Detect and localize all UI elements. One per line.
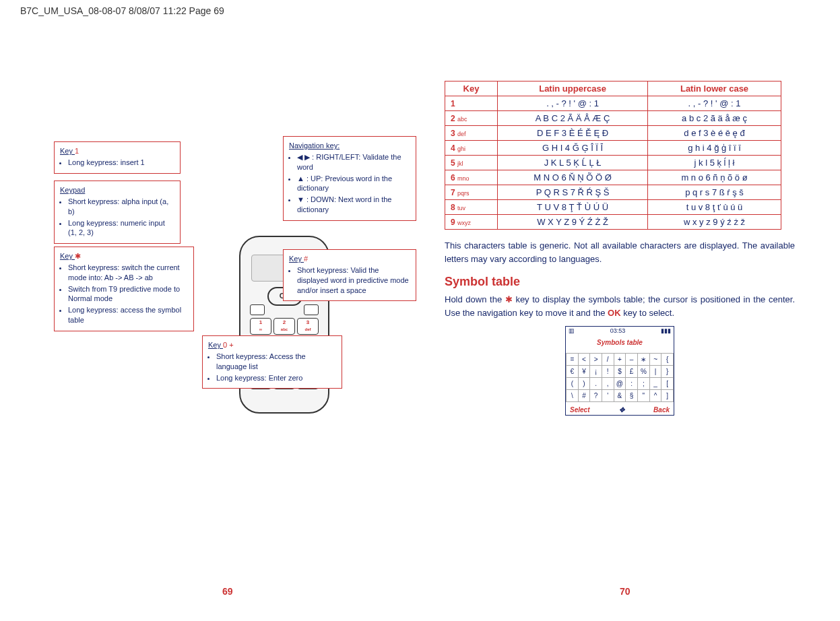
callout-item: Long keypress: insert 1 — [68, 158, 174, 168]
symbol-cell: ! — [602, 366, 614, 378]
key-cell: 9 wxyz — [445, 215, 498, 230]
callout-item: Switch from T9 predictive mode to Normal… — [68, 284, 188, 304]
symbol-cell: ] — [661, 390, 674, 402]
softkey-back: Back — [653, 406, 670, 414]
text-part: key to select. — [621, 308, 674, 318]
symbol-cell: | — [649, 366, 661, 378]
symbol-cell: ) — [578, 378, 590, 390]
symbol-cell: = — [567, 354, 579, 366]
callout-navigation: Navigation key: ◀ ▶ : RIGHT/LEFT: Valida… — [283, 136, 416, 221]
symbol-cell: ' — [602, 390, 614, 402]
key-cell: 8 tuv — [445, 200, 498, 215]
symbol-cell: € — [567, 366, 579, 378]
table-row: 2 abcA B C 2 Ã Ä Å Æ Ça b c 2 ã ä å æ ç — [445, 111, 781, 126]
symbol-cell: ? — [590, 390, 602, 402]
table-row: 1 . , - ? ! ' @ : 1. , - ? ! ' @ : 1 — [445, 96, 781, 111]
symbols-title: Symbols table — [566, 335, 674, 350]
star-icon: ✱ — [75, 252, 81, 260]
text-part: Hold down the — [445, 294, 505, 304]
lower-cell: j k l 5 ķ ĺ ļ ł — [648, 156, 781, 170]
note-text: This characters table is generic. Not al… — [445, 239, 795, 265]
callout-title: Key — [208, 341, 223, 349]
page-number-left: 69 — [222, 586, 233, 597]
symbol-cell: > — [590, 354, 602, 366]
upper-cell: J K L 5 Ķ Ĺ Ļ Ł — [498, 156, 648, 170]
callout-title: Navigation key: — [289, 141, 340, 150]
key-cell: 4 ghi — [445, 141, 498, 156]
callout-item: ◀ ▶ : RIGHT/LEFT: Validate the word — [297, 152, 410, 172]
callout-key0: Key 0 + Short keypress: Access the langu… — [202, 335, 342, 389]
symbol-cell: ¥ — [578, 366, 590, 378]
page-right: Key Latin uppercase Latin lower case 1 .… — [445, 81, 795, 416]
lower-cell: m n o 6 ñ ņ õ ö ø — [648, 170, 781, 185]
status-bar: ▥ 03:53 ▮▮▮ — [566, 327, 674, 335]
symbol-cell: " — [637, 390, 649, 402]
symbol-cell: [ — [661, 378, 674, 390]
key-cell: 5 jkl — [445, 156, 498, 170]
table-row: 8 tuvT U V 8 Ţ Ť Ù Ú Üt u v 8 ţ ť ù ú ü — [445, 200, 781, 215]
th-upper: Latin uppercase — [498, 81, 648, 96]
battery-icon: ▥ — [569, 327, 575, 334]
lower-cell: w x y z 9 ý ź ż ž — [648, 215, 781, 230]
symbol-cell: : — [626, 378, 638, 390]
callout-title: Key — [60, 252, 75, 260]
key-cell: 7 pqrs — [445, 185, 498, 200]
print-header: B7C_UM_USA_08-08-07 8/08/07 11:22 Page 6… — [20, 5, 224, 16]
callout-title: Key — [289, 255, 304, 263]
lower-cell: g h i 4 ğ ģ î ï ī — [648, 141, 781, 156]
upper-cell: D E F 3 È É Ě Ę Đ — [498, 126, 648, 141]
symbol-cell: @ — [614, 378, 626, 390]
callout-key1-label: 1 — [75, 147, 79, 155]
callout-keypad: Keypad Short keypress: alpha input (a, b… — [54, 181, 181, 244]
symbol-cell: ~ — [649, 354, 661, 366]
upper-cell: M N O 6 Ň Ņ Õ Ö Ø — [498, 170, 648, 185]
table-row: 9 wxyzW X Y Z 9 Ý Ź Ż Žw x y z 9 ý ź ż ž — [445, 215, 781, 230]
upper-cell: P Q R S 7 Ř Ŕ Ş Š — [498, 185, 648, 200]
callout-key1: Key 1 Long keypress: insert 1 — [54, 141, 181, 174]
softkey-select: Select — [570, 406, 589, 414]
symbol-cell: – — [626, 354, 638, 366]
symbol-cell: % — [637, 366, 649, 378]
symbol-cell: ; — [637, 378, 649, 390]
ok-icon: OK — [608, 308, 621, 318]
softkey-left-graphic — [250, 304, 265, 315]
clock: 03:53 — [610, 327, 626, 334]
character-table: Key Latin uppercase Latin lower case 1 .… — [445, 81, 781, 230]
key-2: 2abc — [273, 318, 295, 335]
nav-icon: ✥ — [619, 406, 624, 414]
callout-item: Short keypress: switch the current mode … — [68, 263, 188, 283]
softkey-right-graphic — [304, 304, 319, 315]
key-3: 3def — [297, 318, 319, 335]
callout-item: Short keypress: alpha input (a, b) — [68, 197, 174, 217]
symbol-cell: / — [602, 354, 614, 366]
symbol-table-text: Hold down the ✱ key to display the symbo… — [445, 293, 795, 319]
symbol-cell: _ — [649, 378, 661, 390]
key-cell: 3 def — [445, 126, 498, 141]
symbol-cell: $ — [614, 366, 626, 378]
key-cell: 2 abc — [445, 111, 498, 126]
symbol-cell: \ — [567, 390, 579, 402]
callout-item: Long keypress: access the symbol table — [68, 305, 188, 325]
symbols-table-screenshot: ▥ 03:53 ▮▮▮ Symbols table =<>/+–∗~{€¥¡!$… — [565, 326, 674, 416]
table-row: 4 ghiG H I 4 Ğ Ģ Î Ï Īg h i 4 ğ ģ î ï ī — [445, 141, 781, 156]
page-number-right: 70 — [620, 586, 631, 597]
symbol-cell: § — [626, 390, 638, 402]
symbol-cell: £ — [626, 366, 638, 378]
symbol-cell: { — [661, 354, 674, 366]
signal-icon: ▮▮▮ — [661, 327, 671, 334]
callout-item: ▼ : DOWN: Next word in the dictionary — [297, 195, 410, 215]
upper-cell: W X Y Z 9 Ý Ź Ż Ž — [498, 215, 648, 230]
lower-cell: a b c 2 ã ä å æ ç — [648, 111, 781, 126]
upper-cell: T U V 8 Ţ Ť Ù Ú Ü — [498, 200, 648, 215]
symbol-cell: . — [590, 378, 602, 390]
symbol-cell: } — [661, 366, 674, 378]
callout-key-star: Key ✱ Short keypress: switch the current… — [54, 247, 194, 331]
table-row: 3 defD E F 3 È É Ě Ę Đd e f 3 è é ě ę đ — [445, 126, 781, 141]
symbol-cell: ¡ — [590, 366, 602, 378]
table-row: 7 pqrsP Q R S 7 Ř Ŕ Ş Šp q r s 7 ß ŕ ş š — [445, 185, 781, 200]
callout-title: Keypad — [60, 186, 85, 194]
symbol-cell: & — [614, 390, 626, 402]
hash-icon: # — [304, 255, 308, 263]
callout-key0-label: 0 + — [223, 341, 234, 349]
upper-cell: G H I 4 Ğ Ģ Î Ï Ī — [498, 141, 648, 156]
